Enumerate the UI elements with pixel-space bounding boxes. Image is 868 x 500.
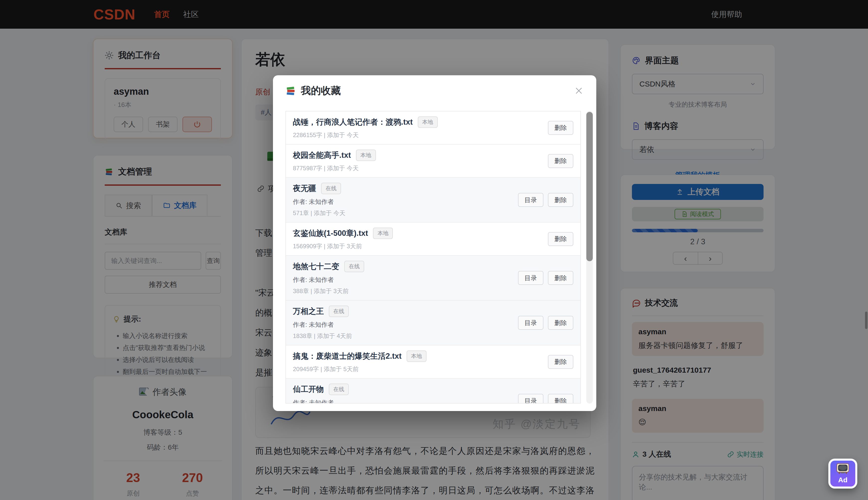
favorites-list: 战锤，行商浪人笔记作者：渡鸦.txt 本地 2286155字 | 添加于 今天 … bbox=[285, 111, 581, 404]
favorite-actions: 删除 bbox=[548, 121, 573, 135]
storage-badge: 在线 bbox=[321, 183, 341, 194]
delete-button[interactable]: 删除 bbox=[548, 394, 573, 404]
favorite-title: 万相之王 bbox=[293, 306, 324, 317]
delete-button[interactable]: 删除 bbox=[548, 355, 573, 369]
favorite-actions: 删除 bbox=[548, 232, 573, 246]
favorite-info: 夜无疆 在线 作者: 未知作者 571章 | 添加于 今天 bbox=[293, 183, 518, 217]
storage-badge: 本地 bbox=[373, 228, 393, 239]
favorite-title: 战锤，行商浪人笔记作者：渡鸦.txt bbox=[293, 117, 413, 127]
favorite-info: 地煞七十二变 在线 作者: 未知作者 388章 | 添加于 3天前 bbox=[293, 261, 518, 295]
favorite-author: 作者: 未知作者 bbox=[293, 320, 518, 329]
storage-badge: 本地 bbox=[356, 149, 376, 161]
favorite-item[interactable]: 搞鬼：废柴道士的爆笑生活2.txt 本地 209459字 | 添加于 5天前 删… bbox=[286, 345, 580, 379]
storage-badge: 在线 bbox=[344, 261, 364, 272]
favorite-item[interactable]: 战锤，行商浪人笔记作者：渡鸦.txt 本地 2286155字 | 添加于 今天 … bbox=[286, 111, 580, 145]
modal-header: 我的收藏 bbox=[285, 84, 341, 98]
storage-badge: 在线 bbox=[329, 384, 349, 395]
ad-widget[interactable]: Ad bbox=[829, 459, 857, 489]
toc-button[interactable]: 目录 bbox=[518, 193, 544, 207]
favorite-meta: 8775987字 | 添加于 今天 bbox=[293, 164, 548, 172]
favorite-info: 万相之王 在线 作者: 未知作者 1838章 | 添加于 4天前 bbox=[293, 306, 518, 340]
favorite-info: 仙工开物 在线 作者: 未知作者 872章 | 添加于 6天前 bbox=[293, 384, 518, 404]
favorite-info: 搞鬼：废柴道士的爆笑生活2.txt 本地 209459字 | 添加于 5天前 bbox=[293, 351, 548, 373]
books-icon bbox=[285, 85, 296, 96]
favorite-item[interactable]: 夜无疆 在线 作者: 未知作者 571章 | 添加于 今天 目录 删除 bbox=[286, 178, 580, 223]
favorite-item[interactable]: 万相之王 在线 作者: 未知作者 1838章 | 添加于 4天前 目录 删除 bbox=[286, 300, 580, 345]
favorite-author: 作者: 未知作者 bbox=[293, 198, 518, 206]
favorite-meta: 1838章 | 添加于 4天前 bbox=[293, 332, 518, 340]
favorite-actions: 目录 删除 bbox=[518, 316, 573, 330]
favorite-meta: 1569909字 | 添加于 3天前 bbox=[293, 242, 548, 250]
favorite-actions: 删除 bbox=[548, 355, 573, 369]
modal-scrollbar[interactable] bbox=[586, 111, 593, 404]
favorite-actions: 目录 删除 bbox=[518, 193, 573, 207]
favorite-title: 搞鬼：废柴道士的爆笑生活2.txt bbox=[293, 351, 402, 361]
delete-button[interactable]: 删除 bbox=[548, 121, 573, 135]
storage-badge: 本地 bbox=[407, 351, 426, 362]
favorite-title: 玄鉴仙族(1-500章).txt bbox=[293, 228, 368, 239]
favorite-title: 地煞七十二变 bbox=[293, 261, 339, 272]
modal-scrollbar-thumb[interactable] bbox=[586, 112, 593, 261]
favorite-title: 夜无疆 bbox=[293, 183, 316, 194]
storage-badge: 在线 bbox=[329, 306, 349, 317]
favorite-info: 校园全能高手.txt 本地 8775987字 | 添加于 今天 bbox=[293, 149, 548, 172]
modal-title: 我的收藏 bbox=[301, 84, 341, 98]
favorite-author: 作者: 未知作者 bbox=[293, 276, 518, 284]
tv-icon bbox=[836, 463, 849, 474]
favorite-meta: 388章 | 添加于 3天前 bbox=[293, 287, 518, 295]
favorite-meta: 209459字 | 添加于 5天前 bbox=[293, 365, 548, 373]
favorite-title: 仙工开物 bbox=[293, 384, 324, 395]
close-button[interactable] bbox=[572, 84, 586, 98]
toc-button[interactable]: 目录 bbox=[518, 394, 544, 404]
delete-button[interactable]: 删除 bbox=[548, 316, 573, 330]
delete-button[interactable]: 删除 bbox=[548, 271, 573, 285]
favorite-info: 玄鉴仙族(1-500章).txt 本地 1569909字 | 添加于 3天前 bbox=[293, 228, 548, 250]
favorite-info: 战锤，行商浪人笔记作者：渡鸦.txt 本地 2286155字 | 添加于 今天 bbox=[293, 116, 548, 139]
delete-button[interactable]: 删除 bbox=[548, 232, 573, 246]
delete-button[interactable]: 删除 bbox=[548, 154, 573, 168]
favorite-item[interactable]: 玄鉴仙族(1-500章).txt 本地 1569909字 | 添加于 3天前 删… bbox=[286, 223, 580, 256]
close-icon bbox=[574, 86, 584, 95]
favorite-item[interactable]: 仙工开物 在线 作者: 未知作者 872章 | 添加于 6天前 目录 删除 bbox=[286, 379, 580, 404]
favorite-meta: 2286155字 | 添加于 今天 bbox=[293, 131, 548, 139]
favorite-title: 校园全能高手.txt bbox=[293, 150, 351, 160]
favorite-actions: 目录 删除 bbox=[518, 271, 573, 285]
favorites-modal: 我的收藏 战锤，行商浪人笔记作者：渡鸦.txt 本地 2286155字 | 添加… bbox=[273, 75, 596, 411]
toc-button[interactable]: 目录 bbox=[518, 271, 544, 285]
storage-badge: 本地 bbox=[418, 116, 438, 128]
favorite-author: 作者: 未知作者 bbox=[293, 399, 518, 404]
favorite-item[interactable]: 校园全能高手.txt 本地 8775987字 | 添加于 今天 删除 bbox=[286, 145, 580, 178]
ad-label: Ad bbox=[838, 476, 847, 484]
favorite-meta: 571章 | 添加于 今天 bbox=[293, 209, 518, 217]
toc-button[interactable]: 目录 bbox=[518, 316, 544, 330]
favorite-item[interactable]: 地煞七十二变 在线 作者: 未知作者 388章 | 添加于 3天前 目录 删除 bbox=[286, 256, 580, 300]
delete-button[interactable]: 删除 bbox=[548, 193, 573, 207]
favorite-actions: 目录 删除 bbox=[518, 394, 573, 404]
favorite-actions: 删除 bbox=[548, 154, 573, 168]
